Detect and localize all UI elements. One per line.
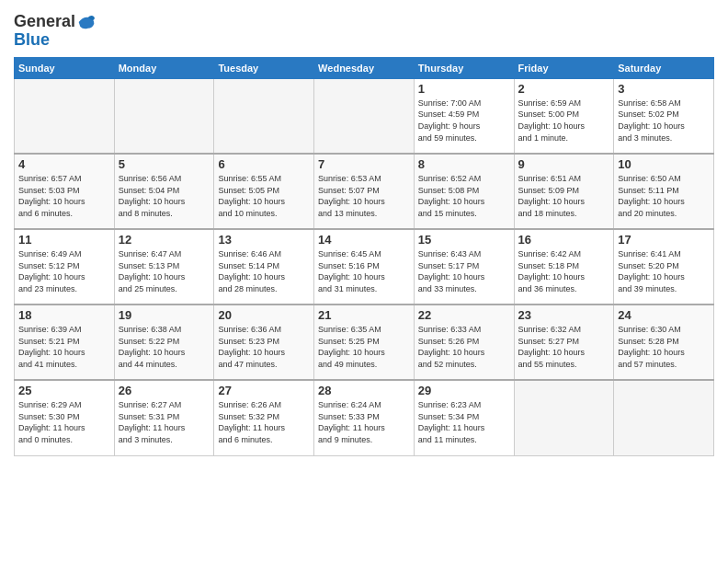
col-header-tuesday: Tuesday: [214, 57, 314, 78]
calendar-cell: 28Sunrise: 6:24 AM Sunset: 5:33 PM Dayli…: [314, 380, 415, 455]
day-number: 8: [418, 157, 510, 171]
col-header-friday: Friday: [514, 57, 614, 78]
calendar-cell: 27Sunrise: 6:26 AM Sunset: 5:32 PM Dayli…: [214, 380, 314, 455]
calendar-cell: [614, 380, 714, 455]
day-info: Sunrise: 7:00 AM Sunset: 4:59 PM Dayligh…: [418, 98, 510, 144]
day-number: 10: [618, 157, 710, 171]
calendar-cell: 9Sunrise: 6:51 AM Sunset: 5:09 PM Daylig…: [514, 154, 614, 229]
day-number: 25: [18, 384, 110, 397]
col-header-sunday: Sunday: [15, 57, 115, 78]
day-number: 19: [119, 308, 210, 322]
calendar-cell: 29Sunrise: 6:23 AM Sunset: 5:34 PM Dayli…: [414, 380, 514, 455]
day-info: Sunrise: 6:27 AM Sunset: 5:31 PM Dayligh…: [119, 399, 210, 445]
day-info: Sunrise: 6:56 AM Sunset: 5:04 PM Dayligh…: [119, 173, 210, 219]
day-info: Sunrise: 6:36 AM Sunset: 5:23 PM Dayligh…: [218, 324, 310, 370]
calendar-cell: [15, 78, 115, 154]
day-number: 9: [518, 157, 610, 171]
day-info: Sunrise: 6:57 AM Sunset: 5:03 PM Dayligh…: [18, 173, 110, 219]
page-container: General Blue SundayMondayTuesdayWednesda…: [0, 0, 728, 461]
calendar-cell: 19Sunrise: 6:38 AM Sunset: 5:22 PM Dayli…: [114, 304, 214, 380]
day-number: 26: [119, 384, 210, 397]
day-info: Sunrise: 6:58 AM Sunset: 5:02 PM Dayligh…: [618, 98, 710, 144]
logo-text-blue: Blue: [14, 30, 50, 49]
calendar-cell: 26Sunrise: 6:27 AM Sunset: 5:31 PM Dayli…: [114, 380, 214, 455]
day-number: 21: [318, 308, 410, 322]
day-info: Sunrise: 6:45 AM Sunset: 5:16 PM Dayligh…: [318, 248, 410, 294]
calendar-cell: 7Sunrise: 6:53 AM Sunset: 5:07 PM Daylig…: [314, 154, 415, 229]
calendar-cell: [314, 78, 415, 154]
day-number: 28: [318, 384, 410, 397]
calendar-cell: 4Sunrise: 6:57 AM Sunset: 5:03 PM Daylig…: [15, 154, 115, 229]
calendar-cell: 2Sunrise: 6:59 AM Sunset: 5:00 PM Daylig…: [514, 78, 614, 154]
calendar-cell: 21Sunrise: 6:35 AM Sunset: 5:25 PM Dayli…: [314, 304, 415, 380]
day-info: Sunrise: 6:26 AM Sunset: 5:32 PM Dayligh…: [218, 399, 310, 445]
day-number: 4: [18, 157, 110, 171]
day-info: Sunrise: 6:38 AM Sunset: 5:22 PM Dayligh…: [119, 324, 210, 370]
day-number: 7: [318, 157, 410, 171]
week-row-1: 1Sunrise: 7:00 AM Sunset: 4:59 PM Daylig…: [15, 78, 714, 154]
day-number: 3: [618, 82, 710, 96]
calendar-cell: 17Sunrise: 6:41 AM Sunset: 5:20 PM Dayli…: [614, 229, 714, 304]
logo-icon: [77, 13, 96, 31]
calendar-cell: 25Sunrise: 6:29 AM Sunset: 5:30 PM Dayli…: [15, 380, 115, 455]
day-number: 24: [618, 308, 710, 322]
week-row-5: 25Sunrise: 6:29 AM Sunset: 5:30 PM Dayli…: [15, 380, 714, 455]
day-number: 27: [218, 384, 310, 397]
day-info: Sunrise: 6:52 AM Sunset: 5:08 PM Dayligh…: [418, 173, 510, 219]
col-header-saturday: Saturday: [614, 57, 714, 78]
col-header-thursday: Thursday: [414, 57, 514, 78]
calendar-cell: 5Sunrise: 6:56 AM Sunset: 5:04 PM Daylig…: [114, 154, 214, 229]
day-number: 20: [218, 308, 310, 322]
calendar-cell: 15Sunrise: 6:43 AM Sunset: 5:17 PM Dayli…: [414, 229, 514, 304]
calendar-cell: [214, 78, 314, 154]
day-number: 11: [18, 233, 110, 247]
calendar-cell: 3Sunrise: 6:58 AM Sunset: 5:02 PM Daylig…: [614, 78, 714, 154]
calendar-cell: 18Sunrise: 6:39 AM Sunset: 5:21 PM Dayli…: [15, 304, 115, 380]
day-number: 14: [318, 233, 410, 247]
col-header-wednesday: Wednesday: [314, 57, 415, 78]
day-info: Sunrise: 6:24 AM Sunset: 5:33 PM Dayligh…: [318, 399, 410, 445]
day-info: Sunrise: 6:59 AM Sunset: 5:00 PM Dayligh…: [518, 98, 610, 144]
day-info: Sunrise: 6:41 AM Sunset: 5:20 PM Dayligh…: [618, 248, 710, 294]
week-row-4: 18Sunrise: 6:39 AM Sunset: 5:21 PM Dayli…: [15, 304, 714, 380]
day-info: Sunrise: 6:39 AM Sunset: 5:21 PM Dayligh…: [18, 324, 110, 370]
day-number: 2: [518, 82, 610, 96]
day-info: Sunrise: 6:49 AM Sunset: 5:12 PM Dayligh…: [18, 248, 110, 294]
day-info: Sunrise: 6:50 AM Sunset: 5:11 PM Dayligh…: [618, 173, 710, 219]
day-info: Sunrise: 6:33 AM Sunset: 5:26 PM Dayligh…: [418, 324, 510, 370]
logo-text-general: General: [14, 13, 75, 31]
col-header-monday: Monday: [114, 57, 214, 78]
day-info: Sunrise: 6:42 AM Sunset: 5:18 PM Dayligh…: [518, 248, 610, 294]
day-number: 5: [119, 157, 210, 171]
day-number: 1: [418, 82, 510, 96]
calendar-cell: 16Sunrise: 6:42 AM Sunset: 5:18 PM Dayli…: [514, 229, 614, 304]
day-number: 13: [218, 233, 310, 247]
day-number: 6: [218, 157, 310, 171]
calendar-cell: 12Sunrise: 6:47 AM Sunset: 5:13 PM Dayli…: [114, 229, 214, 304]
day-number: 23: [518, 308, 610, 322]
calendar-cell: 22Sunrise: 6:33 AM Sunset: 5:26 PM Dayli…: [414, 304, 514, 380]
day-number: 17: [618, 233, 710, 247]
day-number: 29: [418, 384, 510, 397]
day-number: 18: [18, 308, 110, 322]
calendar-cell: 1Sunrise: 7:00 AM Sunset: 4:59 PM Daylig…: [414, 78, 514, 154]
calendar-table: SundayMondayTuesdayWednesdayThursdayFrid…: [14, 57, 714, 456]
day-info: Sunrise: 6:29 AM Sunset: 5:30 PM Dayligh…: [18, 399, 110, 445]
week-row-2: 4Sunrise: 6:57 AM Sunset: 5:03 PM Daylig…: [15, 154, 714, 229]
day-info: Sunrise: 6:32 AM Sunset: 5:27 PM Dayligh…: [518, 324, 610, 370]
calendar-cell: 14Sunrise: 6:45 AM Sunset: 5:16 PM Dayli…: [314, 229, 415, 304]
day-number: 16: [518, 233, 610, 247]
calendar-cell: [114, 78, 214, 154]
day-info: Sunrise: 6:23 AM Sunset: 5:34 PM Dayligh…: [418, 399, 510, 445]
day-number: 22: [418, 308, 510, 322]
calendar-cell: 23Sunrise: 6:32 AM Sunset: 5:27 PM Dayli…: [514, 304, 614, 380]
day-number: 12: [119, 233, 210, 247]
week-row-3: 11Sunrise: 6:49 AM Sunset: 5:12 PM Dayli…: [15, 229, 714, 304]
calendar-cell: 20Sunrise: 6:36 AM Sunset: 5:23 PM Dayli…: [214, 304, 314, 380]
calendar-cell: 13Sunrise: 6:46 AM Sunset: 5:14 PM Dayli…: [214, 229, 314, 304]
header: General Blue: [14, 9, 714, 50]
calendar-cell: 24Sunrise: 6:30 AM Sunset: 5:28 PM Dayli…: [614, 304, 714, 380]
day-number: 15: [418, 233, 510, 247]
header-row: SundayMondayTuesdayWednesdayThursdayFrid…: [15, 57, 714, 78]
calendar-cell: [514, 380, 614, 455]
